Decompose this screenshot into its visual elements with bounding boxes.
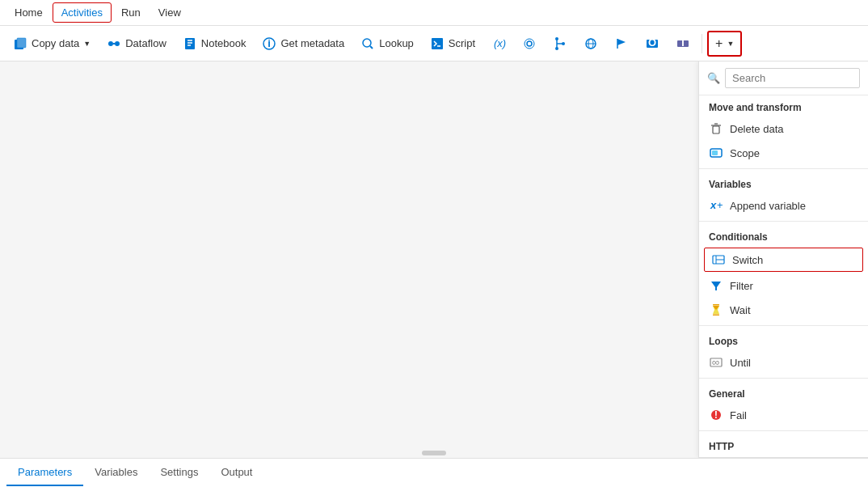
svg-rect-1 <box>17 38 26 48</box>
panel-item-delete-data[interactable]: Delete data <box>699 116 868 141</box>
svg-point-22 <box>555 47 558 50</box>
switch-icon <box>711 252 726 267</box>
outlook-icon-button[interactable]: O <box>638 32 666 55</box>
toolbar-btn-get-metadata[interactable]: i Get metadata <box>255 32 351 55</box>
toolbar: Copy data ▼ Dataflow Notebook i Get meta… <box>0 26 868 61</box>
panel-item-switch[interactable]: Switch <box>704 248 863 272</box>
lookup-icon <box>360 36 375 51</box>
section-header-move-and-transform: Move and transform <box>699 95 868 116</box>
svg-point-2 <box>108 41 113 46</box>
copy-data-icon <box>13 36 27 51</box>
panel-divider-1 <box>699 168 868 169</box>
panel-divider-4 <box>699 378 868 379</box>
svg-text:x: x <box>710 199 717 211</box>
copy-data-label: Copy data <box>32 37 79 49</box>
toolbar-btn-dataflow[interactable]: Dataflow <box>100 32 173 55</box>
teams-icon: T <box>676 36 690 51</box>
notebook-icon <box>183 36 197 51</box>
panel-item-until[interactable]: ∞ Until <box>699 350 868 375</box>
svg-rect-32 <box>713 126 719 133</box>
svg-point-21 <box>555 37 558 40</box>
notebook-label: Notebook <box>201 37 246 49</box>
flag-icon-button[interactable] <box>608 32 635 55</box>
toolbar-btn-copy-data[interactable]: Copy data ▼ <box>6 32 97 55</box>
fail-label: Fail <box>730 409 747 421</box>
tab-variables[interactable]: Variables <box>83 459 149 486</box>
panel-item-filter[interactable]: Filter <box>699 273 868 298</box>
svg-text:i: i <box>268 37 272 49</box>
dropdown-arrow: ▼ <box>83 40 91 48</box>
svg-point-17 <box>525 39 534 49</box>
scope-label: Scope <box>730 147 760 159</box>
scope-icon <box>709 146 723 160</box>
formula-icon-button[interactable]: (x) <box>485 32 512 55</box>
globe-icon <box>584 36 598 51</box>
svg-point-16 <box>527 41 532 46</box>
tab-output[interactable]: Output <box>209 459 263 486</box>
branch-icon-button[interactable] <box>546 32 574 55</box>
panel-item-scope[interactable]: Scope <box>699 141 868 165</box>
section-header-variables: Variables <box>699 172 868 193</box>
dataflow-label: Dataflow <box>125 37 166 49</box>
menu-item-run[interactable]: Run <box>113 3 149 22</box>
svg-rect-5 <box>185 38 195 49</box>
dataflow-icon <box>107 36 121 51</box>
flag-icon <box>614 36 629 51</box>
svg-rect-43 <box>713 304 719 306</box>
plus-label: + <box>715 36 723 51</box>
svg-text:T: T <box>680 36 686 49</box>
filter-label: Filter <box>730 280 753 292</box>
panel-item-append-variable[interactable]: x+ Append variable <box>699 193 868 218</box>
toolbar-btn-lookup[interactable]: Lookup <box>354 32 420 55</box>
toolbar-btn-script[interactable]: Script <box>423 32 482 55</box>
branch-icon <box>553 36 567 51</box>
wait-label: Wait <box>730 304 751 316</box>
wait-icon <box>709 303 723 317</box>
get-metadata-label: Get metadata <box>280 37 344 49</box>
svg-text:+: + <box>717 199 723 211</box>
svg-marker-42 <box>711 282 721 290</box>
bottom-tabs: ParametersVariablesSettingsOutput <box>0 458 868 487</box>
svg-rect-44 <box>713 315 719 316</box>
svg-text:!: ! <box>714 409 718 421</box>
panel-item-fail[interactable]: ! Fail <box>699 403 868 427</box>
main-area: 🔍 Move and transform Delete data Scope V… <box>0 61 868 458</box>
menu-item-activities[interactable]: Activities <box>53 2 112 23</box>
menu-bar: HomeActivitiesRunView <box>0 0 868 26</box>
delete-data-label: Delete data <box>730 123 784 135</box>
section-header-general: General <box>699 382 868 403</box>
search-icon: 🔍 <box>707 72 720 84</box>
until-icon: ∞ <box>709 355 723 370</box>
search-box: 🔍 <box>699 61 868 95</box>
tab-settings[interactable]: Settings <box>149 459 209 486</box>
search-input[interactable] <box>725 68 860 88</box>
globe-icon-button[interactable] <box>577 32 605 55</box>
trash-icon <box>709 121 723 136</box>
add-activity-button[interactable]: +▼ <box>707 31 742 57</box>
svg-rect-36 <box>712 150 718 155</box>
append-variable-label: Append variable <box>730 200 806 212</box>
teams-icon-button[interactable]: T <box>669 32 697 55</box>
tab-parameters[interactable]: Parameters <box>6 459 83 486</box>
script-icon <box>430 36 445 51</box>
panel-divider-3 <box>699 325 868 326</box>
outlook-icon: O <box>645 36 659 51</box>
section-header-http: HTTP <box>699 434 868 455</box>
section-header-loops: Loops <box>699 329 868 350</box>
toolbar-separator-2 <box>702 34 702 53</box>
svg-text:(x): (x) <box>494 37 506 49</box>
panel-item-wait[interactable]: Wait <box>699 298 868 322</box>
toolbar-btn-notebook[interactable]: Notebook <box>176 32 253 55</box>
svg-point-3 <box>115 41 120 46</box>
collapse-handle[interactable] <box>422 451 446 455</box>
settings-icon <box>522 36 537 51</box>
menu-item-view[interactable]: View <box>150 3 189 22</box>
section-header-conditionals: Conditionals <box>699 225 868 246</box>
variable-icon: x+ <box>709 198 723 213</box>
svg-point-20 <box>562 42 565 45</box>
menu-item-home[interactable]: Home <box>6 3 51 22</box>
settings-icon-button[interactable] <box>516 32 543 55</box>
dropdown-panel: 🔍 Move and transform Delete data Scope V… <box>698 61 868 458</box>
svg-text:∞: ∞ <box>712 356 719 368</box>
lookup-label: Lookup <box>379 37 414 49</box>
